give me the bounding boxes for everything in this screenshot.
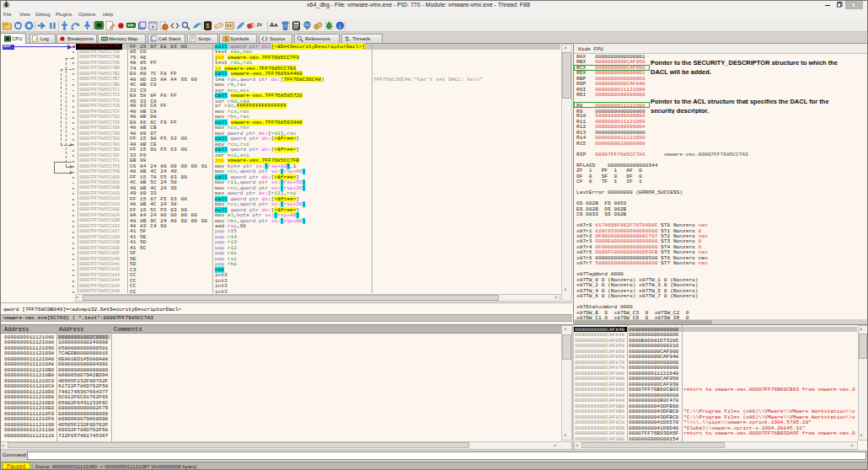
- svg-text:$: $: [206, 23, 210, 29]
- svg-text:S: S: [224, 36, 228, 41]
